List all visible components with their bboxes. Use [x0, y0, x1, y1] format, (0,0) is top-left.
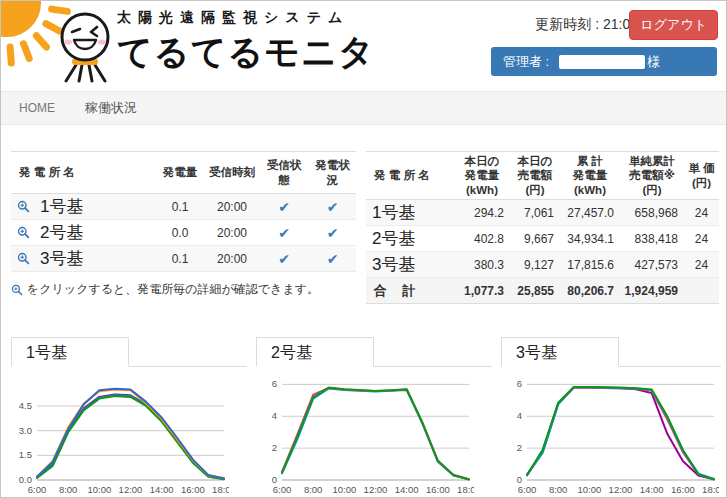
app-title: てるてるモニタ — [117, 29, 375, 76]
x-tick-label: 6:00 — [518, 484, 537, 495]
x-tick-label: 14:00 — [395, 484, 419, 495]
receive-time: 20:00 — [205, 220, 259, 246]
generate-ok-check-icon: ✔ — [327, 251, 339, 267]
chart-3goki: 02466:008:0010:0012:0014:0016:0018:00 — [501, 372, 721, 498]
line-chart: 02466:008:0010:0012:0014:0016:0018:00 — [501, 372, 719, 498]
total-today-yen: 25,855 — [510, 278, 560, 304]
status-table-row: 2号基0.020:00✔✔ — [11, 220, 356, 246]
x-tick-label: 14:00 — [150, 484, 174, 495]
x-tick-label: 18:00 — [702, 484, 719, 495]
today-yen: 9,667 — [510, 226, 560, 252]
generation-value: 0.1 — [155, 194, 205, 220]
chart-tab-label: 2号基 — [271, 344, 312, 361]
x-tick-label: 10:00 — [87, 484, 111, 495]
total-today-kwh: 1,077.3 — [454, 278, 510, 304]
chart-tab-label: 3号基 — [516, 344, 557, 361]
y-tick-label: 4 — [272, 410, 277, 421]
logo-titles: 太陽光遠隔監視システム てるてるモニタ — [117, 9, 375, 76]
chart-tab-3goki[interactable]: 3号基 — [501, 337, 619, 367]
total-label: 合 計 — [366, 278, 454, 304]
status-column-header: 受信状態 — [259, 152, 309, 194]
status-table-row: 1号基0.120:00✔✔ — [11, 194, 356, 220]
update-time-label: 更新時刻 : — [535, 16, 599, 32]
x-tick-label: 10:00 — [332, 484, 356, 495]
total-kwh: 17,815.6 — [560, 252, 620, 278]
today-kwh: 402.8 — [454, 226, 510, 252]
zoom-in-icon[interactable] — [17, 226, 30, 239]
total-total-kwh: 80,206.7 — [560, 278, 620, 304]
total-kwh: 27,457.0 — [560, 200, 620, 226]
unit-price: 24 — [684, 252, 719, 278]
chart-panel-2: 2号基 02466:008:0010:0012:0014:0016:0018:0… — [256, 337, 492, 498]
receive-ok-check-icon: ✔ — [278, 251, 290, 267]
receive-ok-check-icon: ✔ — [278, 199, 290, 215]
summary-table-row: 3号基380.39,12717,815.6427,57324 — [366, 252, 719, 278]
receive-time: 20:00 — [205, 246, 259, 272]
nav-item-home[interactable]: HOME — [19, 101, 55, 115]
summary-column-header: 発 電 所 名 — [366, 152, 454, 200]
plant-name: 2号基 — [372, 229, 415, 248]
line-chart: 02466:008:0010:0012:0014:0016:0018:00 — [256, 372, 474, 498]
x-tick-label: 18:00 — [212, 484, 229, 495]
status-column-header: 発電量 — [155, 152, 205, 194]
teruteru-mascot-icon — [53, 11, 117, 85]
unit-price: 24 — [684, 200, 719, 226]
status-table-header-row: 発 電 所 名発電量受信時刻受信状態発電状況 — [11, 152, 356, 194]
generate-ok-check-icon: ✔ — [327, 199, 339, 215]
today-yen: 7,061 — [510, 200, 560, 226]
y-tick-label: 6 — [272, 378, 277, 389]
generation-value: 0.0 — [155, 220, 205, 246]
breadcrumb-nav: HOME 稼働状況 — [1, 91, 726, 125]
x-tick-label: 6:00 — [28, 484, 47, 495]
app-header: 太陽光遠隔監視システム てるてるモニタ 更新時刻 : 21:00 ログアウト 管… — [1, 1, 726, 91]
status-table-row: 3号基0.120:00✔✔ — [11, 246, 356, 272]
status-table: 発 電 所 名発電量受信時刻受信状態発電状況 1号基0.120:00✔✔2号基0… — [11, 151, 356, 272]
chart-tab-2goki[interactable]: 2号基 — [256, 337, 374, 367]
y-tick-label: 3.0 — [19, 425, 32, 436]
chart-tab-row: 3号基 — [501, 337, 721, 367]
x-tick-label: 16:00 — [426, 484, 450, 495]
zoom-in-icon[interactable] — [17, 252, 30, 265]
summary-table: 発 電 所 名本日の 発電量 (kWh)本日の 売電額 (円)累 計 発電量 (… — [366, 151, 719, 304]
x-tick-label: 8:00 — [59, 484, 78, 495]
chart-panel-3: 3号基 02466:008:0010:0012:0014:0016:0018:0… — [501, 337, 721, 498]
plant-name: 3号基 — [40, 249, 83, 268]
total-kwh: 34,934.1 — [560, 226, 620, 252]
plant-name: 1号基 — [372, 203, 415, 222]
summary-column-header: 本日の 売電額 (円) — [510, 152, 560, 200]
x-tick-label: 12:00 — [609, 484, 633, 495]
chart-series-line — [527, 388, 714, 480]
y-tick-label: 4 — [517, 410, 522, 421]
chart-tab-row: 1号基 — [11, 337, 247, 367]
summary-table-section: 発 電 所 名本日の 発電量 (kWh)本日の 売電額 (円)累 計 発電量 (… — [366, 151, 719, 304]
total-yen: 838,418 — [620, 226, 684, 252]
nav-item-operation-status[interactable]: 稼働状況 — [85, 99, 137, 117]
chart-series-line — [527, 387, 714, 479]
today-yen: 9,127 — [510, 252, 560, 278]
status-column-header: 発 電 所 名 — [11, 152, 155, 194]
zoom-in-icon[interactable] — [17, 200, 30, 213]
chart-tab-row: 2号基 — [256, 337, 492, 367]
x-tick-label: 8:00 — [549, 484, 568, 495]
plant-name: 1号基 — [40, 197, 83, 216]
summary-column-header: 累 計 発電量 (kWh) — [560, 152, 620, 200]
total-unit-price — [684, 278, 719, 304]
summary-column-header: 単純累計 売電額※ (円) — [620, 152, 684, 200]
plant-name: 3号基 — [372, 255, 415, 274]
admin-name-redacted — [559, 55, 645, 69]
status-note-text: をクリックすると、発電所毎の詳細が確認できます。 — [27, 281, 319, 298]
chart-tab-1goki[interactable]: 1号基 — [11, 337, 129, 367]
chart-tab-label: 1号基 — [26, 344, 67, 361]
unit-price: 24 — [684, 226, 719, 252]
chart-2goki: 02466:008:0010:0012:0014:0016:0018:00 — [256, 372, 492, 498]
x-tick-label: 12:00 — [119, 484, 143, 495]
logout-button[interactable]: ログアウト — [629, 10, 718, 40]
update-time: 更新時刻 : 21:00 — [535, 16, 638, 34]
admin-bar: 管理者 : 様 — [491, 47, 717, 76]
x-tick-label: 6:00 — [273, 484, 292, 495]
generate-ok-check-icon: ✔ — [327, 225, 339, 241]
x-tick-label: 8:00 — [304, 484, 323, 495]
y-tick-label: 2 — [272, 442, 277, 453]
chart-1goki: 0.01.53.04.56:008:0010:0012:0014:0016:00… — [11, 372, 247, 498]
summary-total-row: 合 計1,077.325,85580,206.71,924,959 — [366, 278, 719, 304]
